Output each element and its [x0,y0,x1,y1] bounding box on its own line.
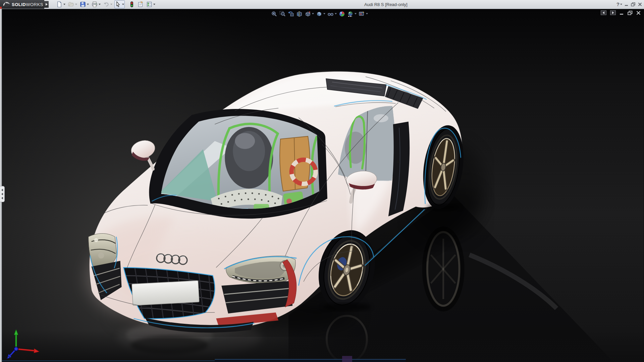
print-icon [92,1,98,7]
viewport-minimize-button[interactable] [620,11,624,15]
toggle-left-pane-button[interactable] [601,10,606,15]
solidworks-logo-icon [3,2,10,7]
model-view-audi-r8[interactable] [0,9,644,362]
dropdown-caret[interactable] [75,4,77,5]
view-orientation-button[interactable] [304,10,315,17]
display-style-button[interactable] [315,10,326,17]
close-icon [638,2,642,6]
dropdown-caret[interactable] [312,13,314,14]
brand-text: SOLIDWORKS [12,2,43,7]
previous-view-icon [288,11,294,17]
open-folder-icon [68,1,74,7]
save-floppy-icon [80,1,86,7]
dropdown-caret[interactable] [99,4,101,5]
undo-arrow-icon [103,1,109,7]
restore-icon [628,11,633,15]
file-properties-icon [138,1,144,7]
zoom-to-area-button[interactable] [279,10,286,17]
feature-manager-collapsed-strip [0,9,2,362]
traffic-light-icon [129,1,135,7]
restore-icon [631,2,636,6]
titlebar: SOLIDWORKS [0,0,644,9]
scene-sphere-icon [347,11,354,17]
help-icon: ? [616,0,620,9]
dropdown-caret[interactable] [335,13,337,14]
dropdown-caret[interactable] [620,4,622,5]
dropdown-caret[interactable] [366,13,368,14]
print-button[interactable] [91,0,101,8]
rebuild-button[interactable] [128,0,136,8]
minimize-icon [625,2,629,6]
view-orientation-label: *Dimetric [5,355,26,361]
license-plate [132,281,199,305]
dropdown-caret[interactable] [323,13,325,14]
select-cursor-icon [115,1,121,7]
minimize-icon [620,11,624,15]
graphics-area[interactable]: *Dimetric [0,9,644,362]
options-button[interactable] [146,0,156,8]
appearance-ball-icon [339,11,345,17]
window-controls: ? [616,0,642,9]
menu-expand-arrow[interactable] [44,1,49,8]
close-button[interactable] [638,2,642,6]
options-checklist-icon [146,1,152,7]
undo-button[interactable] [103,0,113,8]
toggle-right-pane-button[interactable] [610,10,616,15]
close-icon [636,11,641,15]
display-style-cube-icon [316,11,322,17]
chevron-right-icon [46,3,48,6]
pane-left-icon [601,10,606,15]
zoom-to-area-icon [279,11,286,17]
main-toolbar [56,1,157,8]
feature-manager-expand-handle[interactable] [0,186,5,202]
zoom-to-fit-icon [271,11,277,17]
dropdown-caret[interactable] [63,4,65,5]
save-button[interactable] [79,0,90,8]
pane-right-icon [610,10,616,15]
minimize-button[interactable] [625,2,629,6]
new-document-icon [56,1,62,7]
door-keyhole [397,161,400,163]
view-settings-icon [359,11,365,17]
hide-show-items-button[interactable] [327,10,337,17]
dropdown-caret[interactable] [122,4,124,5]
dropdown-caret[interactable] [110,4,112,5]
chevron-left-icon [1,193,3,195]
edit-appearance-button[interactable] [338,10,346,17]
zoom-to-fit-button[interactable] [270,10,278,17]
apply-scene-button[interactable] [346,10,357,17]
taskbar-red-sliver [0,7,2,9]
viewport-close-button[interactable] [636,11,641,15]
headsup-view-toolbar [270,10,369,17]
solidworks-logo: SOLIDWORKS [0,0,44,9]
select-tool-button[interactable] [114,0,125,8]
section-view-icon [296,11,303,17]
chevron-left-icon [1,189,3,191]
viewport-window-controls [601,10,641,15]
new-document-button[interactable] [56,0,66,8]
file-properties-button[interactable] [137,0,144,8]
help-button[interactable]: ? [616,0,622,9]
restore-button[interactable] [631,2,636,6]
view-settings-button[interactable] [358,10,369,17]
document-title: Audi R8 S [Read-only] [364,2,408,7]
eyeglasses-icon [327,11,334,17]
previous-view-button[interactable] [287,10,295,17]
solidworks-window: SOLIDWORKS [0,0,644,362]
dropdown-caret[interactable] [87,4,89,5]
open-button[interactable] [67,0,78,8]
dropdown-caret[interactable] [153,4,155,5]
section-view-button[interactable] [296,10,303,17]
view-orientation-cube-icon [305,11,311,17]
viewport-restore-button[interactable] [628,11,633,15]
dropdown-caret[interactable] [355,13,357,14]
chevron-left-icon [1,197,3,199]
